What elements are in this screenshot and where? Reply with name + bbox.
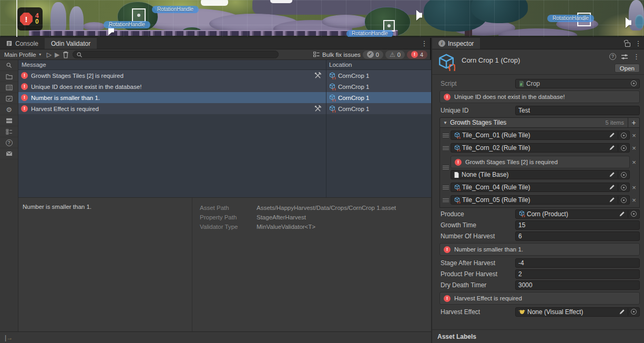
object-picker-icon[interactable] [621,133,627,138]
harvest-effect-object-field[interactable]: None (Visual Effect) [515,307,640,317]
edit-pen-icon[interactable] [609,145,615,151]
stack-icon[interactable] [0,115,18,126]
selection-handle[interactable] [577,13,591,26]
gear-icon[interactable]: ⚙ [0,104,18,115]
folder-icon[interactable] [0,71,18,82]
object-field[interactable]: None (Tile Base) [451,170,630,179]
audio-source-icon[interactable] [103,24,115,36]
object-field[interactable]: {} Tile_Corn_05 (Rule Tile) [451,195,630,205]
drag-handle-icon[interactable] [441,198,451,202]
selection-handle[interactable] [132,8,146,22]
object-picker-icon[interactable] [631,309,637,315]
expand-icon[interactable]: |→ [5,334,13,341]
drag-handle-icon[interactable] [441,134,451,137]
fix-wrench-icon[interactable] [314,72,322,79]
detail-divider[interactable] [192,198,192,332]
detail-pane: Number is smaller than 1. Asset Path Ass… [18,197,431,331]
remove-item-icon[interactable]: × [630,184,638,191]
scene-error-badge[interactable]: ! 4 0 [17,7,43,31]
column-location[interactable]: Location [326,62,431,68]
inspector-menu-icon[interactable]: ⋮ [632,38,644,49]
column-message[interactable]: Message [18,62,326,68]
object-picker-icon[interactable] [631,211,637,217]
script-row: Script # Crop [441,78,640,88]
foldout-icon[interactable]: ▼ [443,120,447,125]
dry-death-timer-input[interactable]: 3000 [515,280,640,290]
list-view-icon[interactable] [0,82,18,93]
drag-handle-icon[interactable] [441,186,451,189]
audio-source-icon[interactable] [411,9,423,21]
add-item-button[interactable]: + [628,118,639,127]
selection-handle[interactable] [383,20,395,32]
fix-wrench-icon[interactable] [314,105,322,113]
fixed-count-badge[interactable]: ✓ 0 [363,51,383,59]
remove-item-icon[interactable]: × [630,159,638,166]
edit-pen-icon[interactable] [609,197,615,203]
profile-dropdown[interactable]: Main Profile ▼ [3,52,44,58]
warning-count-badge[interactable]: ⚠ 0 [385,51,405,59]
open-button[interactable]: Open [615,64,640,73]
calendar-check-icon[interactable] [0,93,18,104]
panel-menu-icon[interactable]: ⋮ [418,38,430,49]
edit-pen-icon[interactable] [619,309,625,315]
remove-item-icon[interactable]: × [630,197,638,204]
object-field[interactable]: {} Tile_Corn_04 (Rule Tile) [451,183,630,192]
help-icon[interactable]: ? [0,137,18,148]
unique-id-input[interactable]: Test [515,106,640,115]
svg-text:{}: {} [457,188,461,190]
mail-icon[interactable] [0,148,18,159]
gizmo-sprite[interactable] [270,0,292,3]
stage-after-harvest-input[interactable]: -4 [515,258,640,268]
header-menu-icon[interactable]: ⋮ [633,53,640,60]
bulk-fix-button[interactable]: Bulk fix issues [322,52,361,58]
edit-pen-icon[interactable] [609,184,615,190]
error-count-badge[interactable]: ! 4 [407,51,427,59]
script-object-field[interactable]: # Crop [515,79,640,88]
object-picker-icon[interactable] [621,145,627,151]
growth-time-input[interactable]: 15 [515,220,640,230]
object-picker-icon[interactable] [621,185,627,190]
rotation-handle-label[interactable]: RotationHandle [104,21,150,28]
remove-item-icon[interactable]: × [630,132,638,139]
object-field[interactable]: {} Tile_Corn_01 (Rule Tile) [451,130,630,140]
lock-icon[interactable] [623,38,632,49]
result-row[interactable]: ! Growth Stages Tiles [2] is required {}… [18,70,431,81]
edit-pen-icon[interactable] [609,172,615,178]
column-divider[interactable] [326,60,326,197]
result-row[interactable]: ! Harvest Effect is required {} CornCrop… [18,103,431,114]
asset-labels-section[interactable]: Asset Labels [432,329,644,343]
clear-trash-button[interactable] [63,51,69,58]
product-per-harvest-input[interactable]: 2 [515,269,640,279]
edit-pen-icon[interactable] [609,132,615,138]
edit-pen-icon[interactable] [619,211,625,217]
run-all-button[interactable]: ▶ [55,51,59,58]
rotation-handle-label[interactable]: RotationHandle [346,30,393,37]
help-icon[interactable]: ? [609,53,616,60]
checklist-icon[interactable] [0,126,18,137]
error-icon: ! [21,105,28,112]
scene-view[interactable]: RotationHandle RotationHandle RotationHa… [0,0,644,37]
object-picker-icon[interactable] [621,197,627,203]
rotation-handle-label[interactable]: RotationHandle [547,15,594,22]
produce-object-field[interactable]: {} Corn (Product) [515,209,640,219]
tab-console[interactable]: Console [0,38,45,49]
list-header[interactable]: ▼ Growth Stages Tiles 5 items + [439,117,640,128]
number-of-harvest-input[interactable]: 6 [515,231,640,241]
rotation-handle-label[interactable]: RotationHandle [152,6,199,13]
tab-odin-validator[interactable]: Odin Validator [45,38,97,49]
drag-handle-icon[interactable] [441,146,451,150]
object-picker-icon[interactable] [631,80,637,86]
result-row[interactable]: ! Unique ID does not exist in the databa… [18,81,431,92]
tab-inspector[interactable]: i Inspector [432,38,480,49]
remove-item-icon[interactable]: × [630,145,638,152]
gizmo-sprite[interactable] [201,0,228,6]
drag-handle-icon[interactable] [441,166,451,169]
search-input[interactable] [73,51,279,58]
result-row-selected[interactable]: ! Number is smaller than 1. {} CornCrop … [18,92,431,103]
run-button[interactable]: ▷ [47,51,52,58]
audio-source-icon[interactable] [620,17,632,28]
object-field[interactable]: {} Tile_Corn_02 (Rule Tile) [451,143,630,153]
object-picker-icon[interactable] [621,172,627,178]
presets-icon[interactable] [621,54,628,60]
search-filter-icon[interactable] [0,60,18,71]
